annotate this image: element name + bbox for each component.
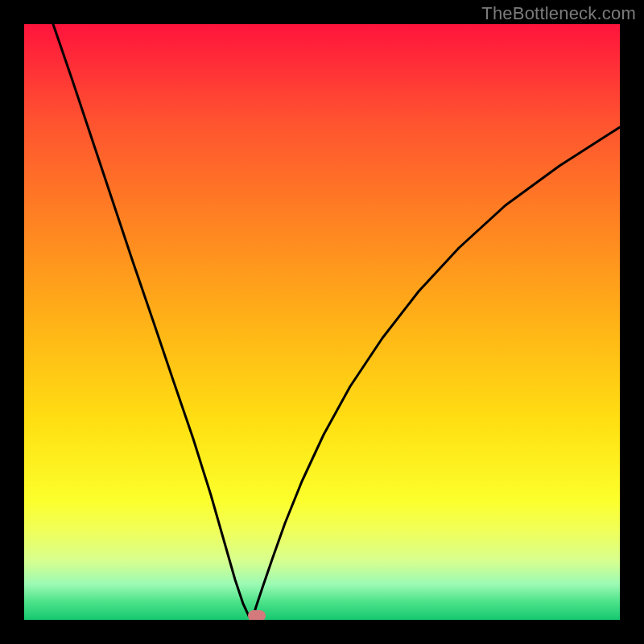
vertex-marker: [248, 610, 266, 620]
background-gradient: [24, 24, 620, 620]
plot-area: [24, 24, 620, 620]
chart-frame: TheBottleneck.com: [0, 0, 644, 644]
watermark-text: TheBottleneck.com: [481, 3, 636, 24]
